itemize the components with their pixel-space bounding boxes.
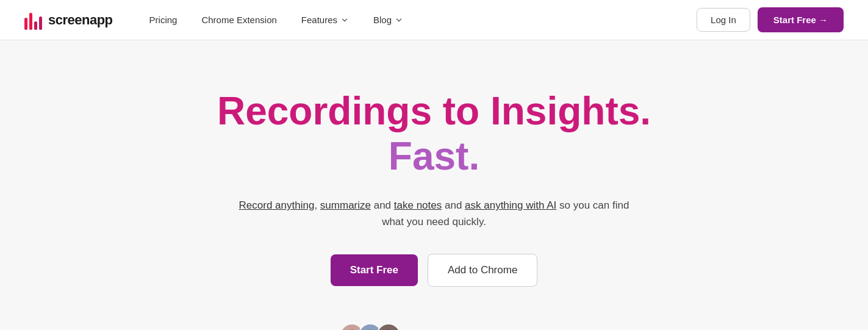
login-button[interactable]: Log In <box>697 8 750 32</box>
nav-links: Pricing Chrome Extension Features Blog <box>137 0 697 40</box>
avatar-3 <box>376 323 401 330</box>
social-proof: Loved by over 1 million users <box>340 323 528 330</box>
hero-buttons: Start Free Add to Chrome <box>331 254 538 287</box>
nav-blog[interactable]: Blog <box>361 0 415 40</box>
hero-section: Recordings to Insights. Fast. Record any… <box>0 40 868 330</box>
logo[interactable]: screenapp <box>24 10 113 30</box>
hero-start-free-button[interactable]: Start Free <box>331 254 418 286</box>
record-anything-link[interactable]: Record anything <box>239 199 315 211</box>
logo-bar-2 <box>29 13 32 30</box>
avatar-stack <box>340 323 401 330</box>
blog-chevron-icon <box>395 16 403 24</box>
hero-subtitle: Record anything, summarize and take note… <box>227 197 642 230</box>
hero-title-line1: Recordings to Insights. <box>217 89 651 133</box>
summarize-link[interactable]: summarize <box>320 199 371 211</box>
logo-bar-1 <box>24 18 27 30</box>
hero-add-to-chrome-button[interactable]: Add to Chrome <box>428 254 537 287</box>
nav-pricing[interactable]: Pricing <box>137 0 190 40</box>
take-notes-link[interactable]: take notes <box>394 199 442 211</box>
start-free-button[interactable]: Start Free → <box>758 7 844 32</box>
logo-text: screenapp <box>48 12 113 28</box>
hero-title: Recordings to Insights. Fast. <box>217 89 651 179</box>
nav-features[interactable]: Features <box>289 0 361 40</box>
logo-bar-3 <box>34 21 37 30</box>
logo-icon <box>24 10 42 30</box>
logo-bar-4 <box>39 16 42 30</box>
nav-chrome-extension[interactable]: Chrome Extension <box>189 0 289 40</box>
svg-point-6 <box>378 325 400 330</box>
nav-actions: Log In Start Free → <box>697 7 844 32</box>
navbar: screenapp Pricing Chrome Extension Featu… <box>0 0 868 40</box>
ask-ai-link[interactable]: ask anything with AI <box>465 199 556 211</box>
features-chevron-icon <box>340 16 349 24</box>
hero-title-line2: Fast. <box>389 134 479 178</box>
